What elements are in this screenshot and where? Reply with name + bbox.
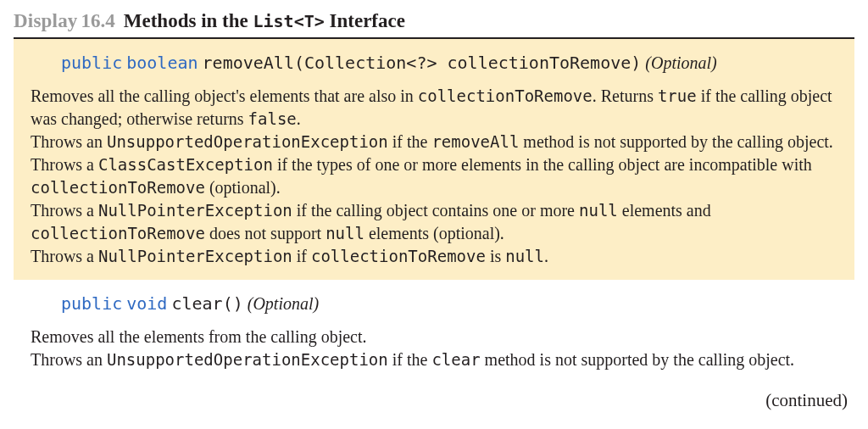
text: method is not supported by the calling o… xyxy=(519,132,833,151)
text: . xyxy=(544,247,548,265)
code: null xyxy=(579,201,618,220)
code: null xyxy=(505,247,544,265)
keyword-public: public xyxy=(61,53,122,73)
code: collectionToRemove xyxy=(311,247,486,265)
text: if the xyxy=(388,132,432,151)
method-clear-block: public void clear() (Optional) Removes a… xyxy=(14,280,854,383)
code: true xyxy=(658,86,697,105)
code: ClassCastException xyxy=(98,155,273,174)
method-name: clear() xyxy=(171,293,242,314)
text: if xyxy=(292,247,311,265)
code: false xyxy=(248,109,297,128)
method-removeall-block: public boolean removeAll(Collection<?> c… xyxy=(14,39,854,280)
text: (optional). xyxy=(205,178,281,197)
code: collectionToRemove xyxy=(31,224,205,242)
removeall-signature: public boolean removeAll(Collection<?> c… xyxy=(61,51,837,75)
keyword-boolean: boolean xyxy=(126,53,198,73)
display-title: Methods in the List<T> Interface xyxy=(124,10,405,31)
title-pre: Methods in the xyxy=(124,10,253,31)
text: if the calling object contains one or mo… xyxy=(292,201,579,220)
code: collectionToRemove xyxy=(418,86,593,105)
text: Throws a xyxy=(31,155,98,174)
keyword-void: void xyxy=(126,293,167,314)
code: UnsupportedOperationException xyxy=(107,350,388,369)
text: . xyxy=(297,109,301,128)
text: is xyxy=(486,247,505,265)
optional-label: (Optional) xyxy=(645,53,716,72)
text: Throws a xyxy=(31,201,98,220)
text: method is not supported by the calling o… xyxy=(481,350,795,369)
title-code: List<T> xyxy=(253,11,325,31)
page: Display 16.4 Methods in the List<T> Inte… xyxy=(0,0,868,425)
text: if the xyxy=(388,350,432,369)
code: NullPointerException xyxy=(98,247,292,265)
title-post: Interface xyxy=(325,10,405,31)
text: Throws a xyxy=(31,247,98,265)
text: does not support xyxy=(205,224,326,242)
text: Throws an xyxy=(31,132,107,151)
text: Throws an xyxy=(31,350,107,369)
text: if the types of one or more elements in … xyxy=(273,155,812,174)
code: NullPointerException xyxy=(98,201,292,220)
code: removeAll xyxy=(431,132,519,151)
method-name: removeAll(Collection<?> collectionToRemo… xyxy=(203,53,642,73)
display-number: 16.4 xyxy=(81,10,115,31)
text: Removes all the calling object's element… xyxy=(31,86,418,105)
clear-signature: public void clear() (Optional) xyxy=(61,292,837,315)
removeall-description: Removes all the calling object's element… xyxy=(31,85,837,268)
code: collectionToRemove xyxy=(31,178,205,197)
clear-description: Removes all the elements from the callin… xyxy=(31,326,837,371)
display-label: Display xyxy=(14,10,78,31)
continued-label: (continued) xyxy=(14,383,854,411)
code: clear xyxy=(431,350,480,369)
display-header: Display 16.4 Methods in the List<T> Inte… xyxy=(14,7,854,39)
text: Removes all the elements from the callin… xyxy=(31,327,367,346)
optional-label: (Optional) xyxy=(248,294,319,313)
text: elements and xyxy=(618,201,711,220)
text: . Returns xyxy=(593,86,658,105)
keyword-public: public xyxy=(61,293,122,314)
text: elements (optional). xyxy=(364,224,504,242)
code: UnsupportedOperationException xyxy=(107,132,388,151)
code: null xyxy=(326,224,364,242)
